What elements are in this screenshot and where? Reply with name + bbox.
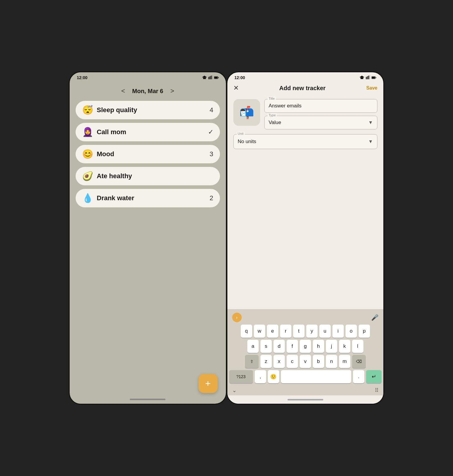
keyboard-collapse-icon[interactable]: ⌄ — [232, 387, 237, 394]
svg-rect-10 — [367, 76, 368, 79]
keyboard-row-3: ⇧ z x c v b n m ⌫ — [229, 355, 382, 368]
key-v[interactable]: v — [300, 355, 311, 368]
left-phone: 12:00 < Mon, Mar 6 > 😴 Sleep quality — [69, 71, 227, 405]
key-y[interactable]: y — [306, 325, 318, 338]
key-g[interactable]: g — [300, 340, 311, 353]
title-field-wrapper: Title — [264, 99, 378, 113]
svg-rect-0 — [203, 77, 206, 79]
key-l[interactable]: l — [352, 340, 363, 353]
key-z[interactable]: z — [260, 355, 272, 368]
tracker-emoji-sleep: 😴 — [82, 106, 93, 115]
key-t[interactable]: t — [293, 325, 304, 338]
unit-value: No units — [238, 139, 256, 145]
key-period[interactable]: . — [353, 370, 364, 383]
shift-key[interactable]: ⇧ — [245, 355, 259, 368]
keyboard-row-4: ?123 , 🙂 . ↵ — [229, 370, 382, 383]
tracker-item-left-callmom: 🧕 Call mom — [82, 128, 126, 137]
key-x[interactable]: x — [274, 355, 285, 368]
type-field-wrapper: Type Value ▼ — [264, 116, 378, 129]
tracker-item-mood[interactable]: 😊 Mood 3 — [76, 145, 220, 163]
svg-rect-8 — [360, 77, 363, 79]
keyboard-expand-button[interactable]: › — [232, 313, 242, 322]
svg-rect-14 — [372, 77, 375, 79]
next-date-button[interactable]: > — [170, 87, 174, 95]
key-e[interactable]: e — [267, 325, 278, 338]
tracker-emoji-callmom: 🧕 — [82, 128, 93, 137]
tracker-item-left-healthy: 🥑 Ate healthy — [82, 172, 132, 181]
key-r[interactable]: r — [280, 325, 291, 338]
type-label: Type — [268, 113, 277, 117]
right-time: 12:00 — [235, 75, 245, 80]
key-d[interactable]: d — [274, 340, 285, 353]
right-phone: 12:00 ✕ Add new tracker Save 📬 — [226, 71, 385, 405]
type-value: Value — [269, 120, 281, 126]
tracker-item-sleep[interactable]: 😴 Sleep quality 4 — [76, 101, 220, 119]
keyboard-grid-icon[interactable]: ⠿ — [375, 387, 379, 394]
key-a[interactable]: a — [247, 340, 259, 353]
save-button[interactable]: Save — [366, 85, 377, 91]
delete-key[interactable]: ⌫ — [352, 355, 366, 368]
number-key[interactable]: ?123 — [229, 370, 253, 383]
svg-rect-1 — [208, 77, 209, 79]
title-type-fields: Title Type Value ▼ — [264, 99, 378, 129]
tracker-emoji-water: 💧 — [82, 194, 93, 203]
key-i[interactable]: i — [332, 325, 344, 338]
left-time: 12:00 — [77, 75, 88, 80]
keyboard-mic-button[interactable]: 🎤 — [371, 314, 379, 321]
emoji-key[interactable]: 🙂 — [268, 370, 279, 383]
key-n[interactable]: n — [326, 355, 337, 368]
tracker-item-callmom[interactable]: 🧕 Call mom ✓ — [76, 123, 220, 141]
key-u[interactable]: u — [319, 325, 331, 338]
key-k[interactable]: k — [339, 340, 350, 353]
title-label: Title — [268, 97, 276, 100]
unit-field-wrapper: Unit No units ▼ — [233, 134, 378, 149]
key-p[interactable]: p — [359, 325, 370, 338]
tracker-item-left: 😴 Sleep quality — [82, 106, 137, 115]
tracker-value-water: 2 — [210, 194, 213, 202]
unit-label: Unit — [237, 132, 245, 135]
add-tracker-fab[interactable]: + — [199, 374, 218, 393]
svg-rect-9 — [366, 77, 367, 79]
tracker-item-water[interactable]: 💧 Drank water 2 — [76, 189, 220, 207]
key-w[interactable]: w — [254, 325, 265, 338]
prev-date-button[interactable]: < — [121, 87, 125, 95]
unit-select[interactable]: No units ▼ — [234, 134, 377, 149]
key-b[interactable]: b — [313, 355, 324, 368]
svg-rect-15 — [376, 77, 376, 78]
keyboard-bottom: ⌄ ⠿ — [229, 385, 382, 394]
tracker-emoji-mood: 😊 — [82, 150, 93, 159]
space-key[interactable] — [281, 370, 352, 383]
key-s[interactable]: s — [260, 340, 272, 353]
enter-key[interactable]: ↵ — [366, 370, 382, 383]
tracker-list: 😴 Sleep quality 4 🧕 Call mom ✓ 😊 Mood — [76, 101, 220, 207]
left-main-content: < Mon, Mar 6 > 😴 Sleep quality 4 🧕 Call … — [70, 82, 226, 395]
key-f[interactable]: f — [287, 340, 298, 353]
key-c[interactable]: c — [287, 355, 298, 368]
tracker-item-healthy[interactable]: 🥑 Ate healthy — [76, 167, 220, 185]
svg-rect-2 — [210, 76, 210, 79]
key-comma[interactable]: , — [255, 370, 266, 383]
key-o[interactable]: o — [346, 325, 357, 338]
keyboard-toolbar: › 🎤 — [229, 311, 382, 325]
tracker-value-mood: 3 — [210, 150, 213, 158]
date-navigation: < Mon, Mar 6 > — [76, 84, 220, 101]
emoji-title-row: 📬 Title Type Value ▼ — [233, 99, 378, 129]
key-h[interactable]: h — [313, 340, 324, 353]
tracker-name-mood: Mood — [97, 150, 114, 158]
page-title: Add new tracker — [279, 85, 326, 92]
tracker-name-healthy: Ate healthy — [97, 172, 132, 180]
key-m[interactable]: m — [339, 355, 350, 368]
tracker-name-sleep: Sleep quality — [97, 106, 137, 114]
type-select[interactable]: Value ▼ — [265, 116, 377, 129]
close-button[interactable]: ✕ — [233, 84, 239, 92]
home-indicator-left — [70, 395, 226, 404]
title-input[interactable] — [265, 99, 377, 112]
svg-rect-4 — [212, 76, 213, 79]
current-date: Mon, Mar 6 — [132, 88, 163, 95]
key-j[interactable]: j — [326, 340, 337, 353]
svg-rect-6 — [214, 77, 217, 79]
type-dropdown-arrow: ▼ — [368, 120, 373, 125]
right-status-icons — [360, 75, 376, 80]
emoji-picker-button[interactable]: 📬 — [233, 99, 260, 126]
key-q[interactable]: q — [241, 325, 252, 338]
